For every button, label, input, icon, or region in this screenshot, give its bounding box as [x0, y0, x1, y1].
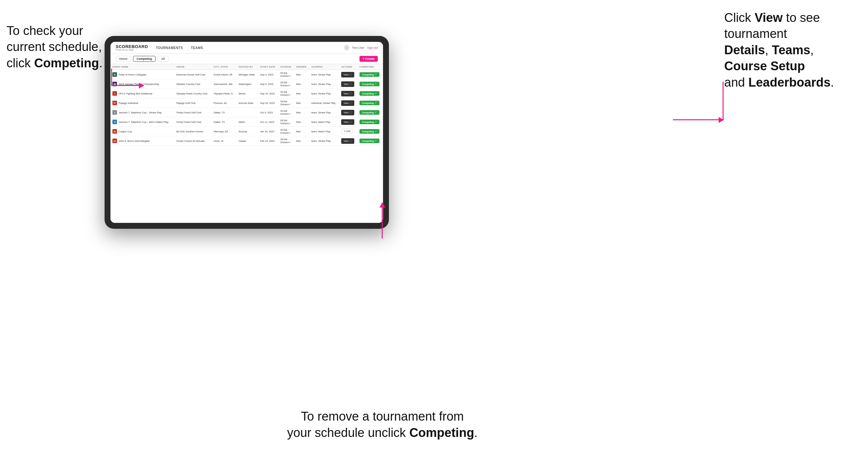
- cell-scoring: team, Match Play: [309, 127, 339, 136]
- cell-division: NCAADivision I: [278, 89, 294, 98]
- cell-division: NCAADivision I: [278, 98, 294, 108]
- user-label: Test User: [352, 46, 364, 49]
- cell-gender: Men: [294, 70, 309, 80]
- col-gender: GENDER: [294, 64, 309, 70]
- info-icon: ⓘ: [349, 92, 352, 95]
- competing-button[interactable]: Competing: [360, 129, 380, 134]
- event-name-cell: P Papago Individual: [111, 98, 174, 108]
- event-name-text: OFCC Fighting Illini Invitational: [119, 92, 152, 95]
- view-button[interactable]: View ⓘ: [341, 82, 354, 87]
- view-button[interactable]: View ⓘ: [341, 100, 354, 106]
- cell-gender: Men: [294, 117, 309, 127]
- event-name-cell: I OFCC Fighting Illini Invitational: [111, 89, 174, 98]
- table-row: P Papago Individual Papago Golf ClubPhoe…: [111, 98, 383, 108]
- competing-filter-btn[interactable]: Competing: [133, 56, 156, 62]
- actions-cell: View ⓘ: [339, 80, 357, 89]
- team-logo: I: [113, 91, 117, 96]
- cell-hosted: ABAC: [237, 117, 258, 127]
- cell-city: Dallas, TX: [212, 117, 237, 127]
- cell-venue: American Dunes Golf Club: [174, 70, 212, 80]
- competing-button[interactable]: Competing: [360, 91, 380, 96]
- all-filter-btn[interactable]: All: [157, 56, 168, 62]
- competing-button[interactable]: Competing: [360, 120, 380, 124]
- cell-city: Olympia Fields, IL: [212, 89, 237, 98]
- cell-hosted: Hawaii: [237, 136, 258, 146]
- cell-division: NCAADivision I: [278, 108, 294, 117]
- nav-teams[interactable]: TEAMS: [191, 46, 203, 50]
- cell-city: Sammamish, WA: [212, 80, 237, 89]
- team-logo: P: [113, 101, 117, 105]
- header-right: Test User Sign out: [344, 45, 378, 50]
- cell-start: Jan 14, 2024: [258, 127, 278, 136]
- view-button[interactable]: View ⓘ: [341, 119, 354, 125]
- info-icon: ⓘ: [349, 120, 352, 124]
- signout-link[interactable]: Sign out: [367, 46, 378, 49]
- table-row: A Copper Cup Ak-Chin Southern DunesMaric…: [111, 127, 383, 136]
- event-name-cell: S Folds of Honor Collegiate: [111, 70, 174, 80]
- view-button[interactable]: View ⓘ: [341, 138, 354, 144]
- actions-cell: View ⓘ: [339, 117, 357, 127]
- competing-button[interactable]: Competing: [360, 101, 380, 105]
- competing-cell: Competing: [358, 108, 383, 117]
- competing-button[interactable]: Competing: [360, 72, 380, 77]
- team-logo: H: [113, 138, 117, 143]
- competing-cell: Competing: [358, 127, 383, 136]
- logo-main-text: SCOREBOARD: [116, 44, 148, 49]
- cell-division: NCAADivision I: [278, 127, 294, 136]
- actions-cell: View ⓘ: [339, 70, 357, 80]
- cell-scoring: team, Stroke Play: [309, 89, 339, 98]
- arrow-left-horizontal: [111, 85, 144, 86]
- competing-button[interactable]: Competing: [360, 82, 380, 86]
- cell-city: Phoenix, AZ: [212, 98, 237, 108]
- cell-venue: Olympia Fields Country Club: [174, 89, 212, 98]
- col-start-date: START DATE: [258, 64, 278, 70]
- edit-button[interactable]: ✎ Edit: [341, 129, 353, 134]
- competing-cell: Competing: [358, 70, 383, 80]
- cell-hosted: Michigan State: [237, 70, 258, 80]
- cell-scoring: team, Stroke Play: [309, 80, 339, 89]
- cell-scoring: team, Stroke Play: [309, 70, 339, 80]
- cell-gender: Men: [294, 108, 309, 117]
- event-name-cell: H John A. Burns Intercollegiate: [111, 136, 174, 146]
- arrow-right-vertical: [722, 82, 723, 119]
- app-header: SCOREBOARD Powered by clippi TOURNAMENTS…: [111, 42, 383, 54]
- tournaments-table: EVENT NAME VENUE CITY, STATE HOSTED BY S…: [111, 64, 383, 146]
- view-button[interactable]: View ⓘ: [341, 72, 354, 77]
- actions-cell: ✎ Edit: [339, 127, 357, 136]
- arrow-bottom-line: [382, 203, 383, 239]
- cell-city: Maricopa, AZ: [212, 127, 237, 136]
- view-button[interactable]: View ⓘ: [341, 91, 354, 96]
- event-name-text: Jackson T. Stephens Cup – Stroke Play: [119, 111, 162, 114]
- cell-scoring: individual, Stroke Play: [309, 98, 339, 108]
- cell-division: NCAADivision I: [278, 117, 294, 127]
- create-button[interactable]: + Create: [360, 56, 378, 62]
- view-button[interactable]: View ⓘ: [341, 110, 354, 115]
- cell-division: NCAADivision I: [278, 70, 294, 80]
- cell-gender: Men: [294, 136, 309, 146]
- cell-division: NCAADivision I: [278, 80, 294, 89]
- logo-sub-text: Powered by clippi: [116, 49, 148, 51]
- competing-cell: Competing: [358, 136, 383, 146]
- col-competing: COMPETING: [358, 64, 383, 70]
- table-row: J Jackson T. Stephens Cup – Stroke Play …: [111, 108, 383, 117]
- cell-hosted: Arizona State: [237, 98, 258, 108]
- cell-hosted: Washington: [237, 80, 258, 89]
- competing-button[interactable]: Competing: [360, 110, 380, 115]
- cell-start: Oct 9, 2023: [258, 108, 278, 117]
- competing-cell: Competing: [358, 98, 383, 108]
- event-name-text: Folds of Honor Collegiate: [119, 73, 147, 76]
- scoreboard-logo: SCOREBOARD Powered by clippi: [116, 44, 148, 51]
- col-actions: ACTIONS: [339, 64, 357, 70]
- competing-cell: Competing: [358, 80, 383, 89]
- table-row: S Folds of Honor Collegiate American Dun…: [111, 70, 383, 80]
- actions-cell: View ⓘ: [339, 89, 357, 98]
- nav-tournaments[interactable]: TOURNAMENTS: [156, 46, 183, 50]
- table-row: W 2023 Sahalee Players Championship Saha…: [111, 80, 383, 89]
- competing-button[interactable]: Competing: [360, 138, 380, 143]
- cell-scoring: team, Stroke Play: [309, 108, 339, 117]
- actions-cell: View ⓘ: [339, 98, 357, 108]
- cell-venue: Trinity Forest Golf Club: [174, 117, 212, 127]
- home-filter-btn[interactable]: Home: [116, 56, 131, 62]
- table-row: J Jackson T. Stephens Cup – Men's Match …: [111, 117, 383, 127]
- cell-start: Sep 18, 2023: [258, 98, 278, 108]
